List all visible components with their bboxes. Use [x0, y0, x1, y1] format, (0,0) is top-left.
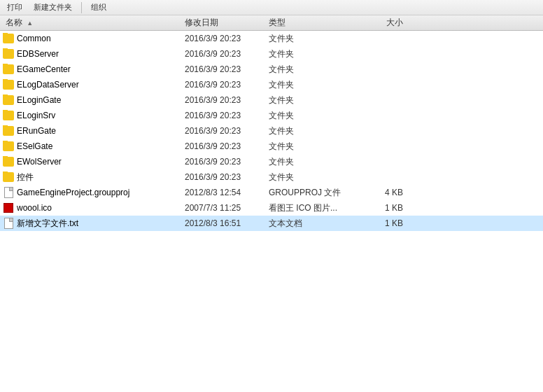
file-date-cell: 2012/8/3 16:51 — [185, 218, 269, 228]
file-type-cell: 文件夹 — [269, 94, 353, 106]
file-name-cell: EGameCenter — [3, 64, 185, 75]
file-type-cell: 文件夹 — [269, 48, 353, 60]
file-name-text: ESelGate — [17, 141, 52, 151]
file-name-text: 控件 — [17, 172, 34, 183]
file-name-cell: ERunGate — [3, 125, 185, 136]
file-name-text: EDBServer — [17, 49, 59, 59]
file-size-cell: 4 KB — [353, 188, 409, 197]
col-name-header[interactable]: 名称 ▲ — [3, 17, 185, 29]
toolbar-newfolder-btn[interactable]: 新建文件夹 — [31, 1, 75, 13]
file-type-cell: 文件夹 — [269, 79, 353, 91]
table-row[interactable]: ERunGate 2016/3/9 20:23 文件夹 — [0, 123, 543, 139]
file-list: Common 2016/3/9 20:23 文件夹 EDBServer 2016… — [0, 31, 543, 392]
toolbar-organize-btn[interactable]: 组织 — [88, 1, 109, 13]
file-name-cell: 新增文字文件.txt — [3, 218, 185, 230]
file-name-cell: ELoginSrv — [3, 110, 185, 121]
file-name-text: ELoginGate — [17, 95, 61, 105]
file-name-cell: EWolServer — [3, 156, 185, 167]
file-size-cell: 1 KB — [353, 203, 409, 213]
file-type-cell: 文本文档 — [269, 218, 353, 230]
sort-arrow-icon: ▲ — [27, 20, 33, 27]
column-header: 名称 ▲ 修改日期 类型 大小 — [0, 15, 543, 31]
file-name-text: GameEngineProject.groupproj — [17, 188, 129, 197]
file-date-cell: 2016/3/9 20:23 — [185, 34, 269, 43]
file-type-cell: 文件夹 — [269, 110, 353, 122]
folder-icon — [3, 79, 14, 90]
table-row[interactable]: EDBServer 2016/3/9 20:23 文件夹 — [0, 46, 543, 62]
table-row[interactable]: ESelGate 2016/3/9 20:23 文件夹 — [0, 139, 543, 154]
file-name-text: 新增文字文件.txt — [17, 218, 78, 230]
file-date-cell: 2012/8/3 12:54 — [185, 188, 269, 197]
file-date-cell: 2016/3/9 20:23 — [185, 80, 269, 90]
table-row[interactable]: ELoginGate 2016/3/9 20:23 文件夹 — [0, 92, 543, 108]
folder-icon — [3, 94, 14, 106]
table-row[interactable]: GameEngineProject.groupproj 2012/8/3 12:… — [0, 185, 543, 200]
file-type-cell: 文件夹 — [269, 172, 353, 183]
file-date-cell: 2016/3/9 20:23 — [185, 126, 269, 136]
table-row[interactable]: EWolServer 2016/3/9 20:23 文件夹 — [0, 154, 543, 169]
file-date-cell: 2016/3/9 20:23 — [185, 111, 269, 120]
file-date-cell: 2007/7/3 11:25 — [185, 203, 269, 213]
file-date-cell: 2016/3/9 20:23 — [185, 141, 269, 151]
file-type-cell: 文件夹 — [269, 125, 353, 137]
file-name-text: ERunGate — [17, 126, 56, 136]
toolbar-print-btn[interactable]: 打印 — [4, 1, 25, 13]
file-type-cell: 文件夹 — [269, 141, 353, 153]
toolbar: 打印 新建文件夹 组织 — [0, 0, 543, 15]
file-name-cell: woool.ico — [3, 202, 185, 214]
ico-file-icon — [3, 202, 14, 214]
folder-icon — [3, 48, 14, 59]
generic-file-icon — [3, 187, 14, 198]
file-name-cell: ELoginGate — [3, 94, 185, 106]
file-type-cell: 文件夹 — [269, 64, 353, 76]
table-row[interactable]: 控件 2016/3/9 20:23 文件夹 — [0, 169, 543, 185]
table-row[interactable]: ELogDataServer 2016/3/9 20:23 文件夹 — [0, 77, 543, 92]
file-type-cell: 看图王 ICO 图片... — [269, 202, 353, 214]
file-name-cell: 控件 — [3, 172, 185, 183]
folder-icon — [3, 156, 14, 167]
file-date-cell: 2016/3/9 20:23 — [185, 64, 269, 74]
file-name-cell: ESelGate — [3, 141, 185, 152]
file-date-cell: 2016/3/9 20:23 — [185, 49, 269, 59]
file-name-text: EGameCenter — [17, 64, 71, 74]
folder-icon — [3, 64, 14, 75]
file-type-cell: 文件夹 — [269, 156, 353, 168]
file-date-cell: 2016/3/9 20:23 — [185, 172, 269, 182]
file-name-cell: ELogDataServer — [3, 79, 185, 90]
folder-icon — [3, 110, 14, 121]
table-row[interactable]: ELoginSrv 2016/3/9 20:23 文件夹 — [0, 108, 543, 123]
col-size-header[interactable]: 大小 — [353, 17, 409, 29]
file-name-text: woool.ico — [17, 203, 52, 213]
file-name-text: EWolServer — [17, 157, 62, 167]
folder-icon — [3, 125, 14, 136]
file-size-cell: 1 KB — [353, 218, 409, 228]
table-row[interactable]: 新增文字文件.txt 2012/8/3 16:51 文本文档 1 KB — [0, 216, 543, 231]
file-type-cell: GROUPPROJ 文件 — [269, 187, 353, 199]
file-name-cell: EDBServer — [3, 48, 185, 59]
folder-icon — [3, 141, 14, 152]
folder-icon — [3, 33, 14, 44]
file-name-cell: GameEngineProject.groupproj — [3, 187, 185, 198]
folder-icon — [3, 172, 14, 183]
file-date-cell: 2016/3/9 20:23 — [185, 157, 269, 167]
file-type-cell: 文件夹 — [269, 33, 353, 45]
col-type-header[interactable]: 类型 — [269, 17, 353, 29]
file-name-text: ELogDataServer — [17, 80, 79, 90]
toolbar-divider — [81, 2, 82, 13]
table-row[interactable]: woool.ico 2007/7/3 11:25 看图王 ICO 图片... 1… — [0, 200, 543, 216]
file-name-text: Common — [17, 34, 51, 43]
col-date-header[interactable]: 修改日期 — [185, 17, 269, 29]
table-row[interactable]: EGameCenter 2016/3/9 20:23 文件夹 — [0, 62, 543, 77]
table-row[interactable]: Common 2016/3/9 20:23 文件夹 — [0, 31, 543, 46]
file-name-cell: Common — [3, 33, 185, 44]
txt-file-icon — [3, 218, 14, 229]
file-name-text: ELoginSrv — [17, 111, 55, 120]
file-date-cell: 2016/3/9 20:23 — [185, 95, 269, 105]
